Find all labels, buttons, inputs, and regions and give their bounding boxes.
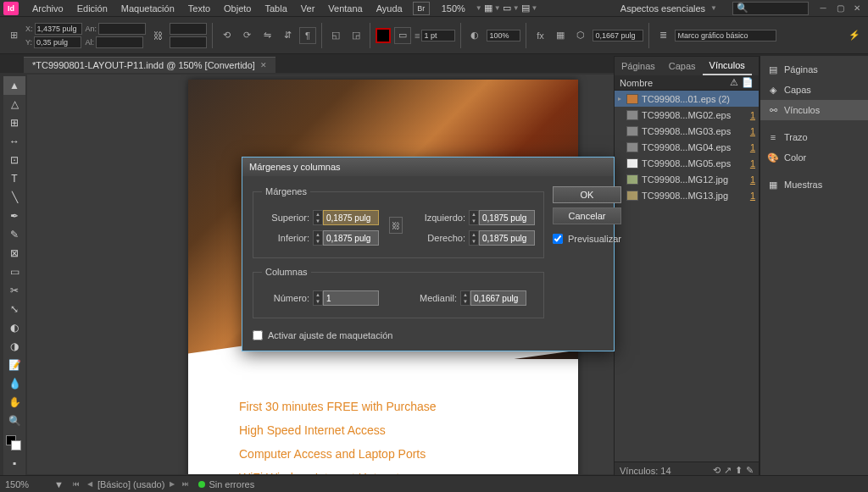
lightning-icon[interactable]: ⚡ <box>846 27 863 44</box>
pen-tool[interactable]: ✒ <box>3 207 25 225</box>
panel-stroke[interactable]: ≡Trazo <box>760 127 868 147</box>
last-page-icon[interactable]: ⏭ <box>180 478 192 490</box>
margin-right-input[interactable] <box>479 230 535 246</box>
align-icon[interactable]: ≣ <box>654 27 671 44</box>
arrow-down-icon[interactable]: ▼ <box>314 298 322 305</box>
gutter-field[interactable] <box>593 30 643 41</box>
content-collector-tool[interactable]: ⊡ <box>3 151 25 169</box>
paragraph-icon[interactable]: ¶ <box>299 27 316 44</box>
apply-color-icon[interactable]: ▪ <box>3 454 25 473</box>
document-tab[interactable]: *TC9990801-LAYOUT-P11.indd @ 150% [Conve… <box>24 57 275 73</box>
pencil-tool[interactable]: ✎ <box>3 225 25 244</box>
link-row[interactable]: TC99908...MG12.jpg1 <box>615 171 759 187</box>
constrain-icon[interactable]: ⛓ <box>149 27 166 44</box>
free-transform-tool[interactable]: ⤡ <box>3 300 25 318</box>
menu-text[interactable]: Texto <box>181 2 217 15</box>
effects-icon[interactable]: fx <box>531 27 548 44</box>
chevron-down-icon[interactable]: ▼ <box>511 4 521 12</box>
cancel-button[interactable]: Cancelar <box>553 207 621 224</box>
h-field[interactable] <box>96 36 143 48</box>
arrow-up-icon[interactable]: ▲ <box>314 211 322 218</box>
arrow-down-icon[interactable]: ▼ <box>461 298 470 305</box>
arrow-up-icon[interactable]: ▲ <box>470 211 478 218</box>
panel-color[interactable]: 🎨Color <box>760 147 868 168</box>
maximize-button[interactable]: ▢ <box>832 3 848 14</box>
arrow-up-icon[interactable]: ▲ <box>461 291 470 298</box>
arrow-up-icon[interactable]: ▲ <box>314 291 322 298</box>
panel-links[interactable]: ⚯Vínculos <box>760 100 868 120</box>
corners-icon[interactable]: ⬡ <box>572 27 589 44</box>
object-style-field[interactable] <box>675 30 776 41</box>
hand-tool[interactable]: ✋ <box>3 393 25 412</box>
opacity-field[interactable] <box>487 30 520 41</box>
scalex-field[interactable] <box>170 23 207 35</box>
close-button[interactable]: ✕ <box>849 3 865 14</box>
menu-file[interactable]: Archivo <box>25 2 70 15</box>
margin-bottom-input[interactable] <box>323 230 379 246</box>
eyedropper-tool[interactable]: 💧 <box>3 374 25 393</box>
panel-swatches[interactable]: ▦Muestras <box>760 174 868 195</box>
first-page-icon[interactable]: ⏮ <box>70 478 82 490</box>
gap-tool[interactable]: ↔ <box>3 132 25 151</box>
w-field[interactable] <box>98 23 146 35</box>
fill-icon[interactable] <box>376 28 391 43</box>
arrange-icon[interactable]: ▤ <box>521 3 530 14</box>
tab-links[interactable]: Vínculos <box>703 57 752 75</box>
page-tool[interactable]: ⊞ <box>3 113 25 132</box>
link-row[interactable]: TC99908...MG04.eps1 <box>615 139 759 155</box>
link-row[interactable]: TC99908...MG02.eps1 <box>615 107 759 123</box>
chevron-down-icon[interactable]: ▼ <box>474 4 484 12</box>
menu-view[interactable]: Ver <box>294 2 322 15</box>
reference-point-icon[interactable]: ⊞ <box>5 27 22 44</box>
select-content-icon[interactable]: ◲ <box>348 27 364 44</box>
gutter-input[interactable] <box>470 290 526 306</box>
prev-page-icon[interactable]: ◀ <box>84 478 96 490</box>
menu-window[interactable]: Ventana <box>321 2 369 15</box>
menu-help[interactable]: Ayuda <box>370 2 409 15</box>
panel-layers[interactable]: ◈Capas <box>760 80 868 100</box>
chevron-down-icon[interactable]: ▼ <box>530 4 540 12</box>
links-header-name[interactable]: Nombre <box>620 78 730 88</box>
opacity-icon[interactable]: ◐ <box>466 27 483 44</box>
zoom-tool[interactable]: 🔍 <box>3 412 25 430</box>
link-row[interactable]: ▸TC99908...01.eps (2) <box>615 91 759 107</box>
menu-edit[interactable]: Edición <box>70 2 114 15</box>
note-tool[interactable]: 📝 <box>3 356 25 374</box>
gradient-feather-tool[interactable]: ◑ <box>3 337 25 356</box>
preview-checkbox[interactable]: Previsualizar <box>553 234 621 244</box>
panel-pages[interactable]: ▤Páginas <box>760 59 868 80</box>
link-row[interactable]: TC99908...MG13.jpg1 <box>615 187 759 203</box>
y-field[interactable] <box>34 36 81 48</box>
bridge-icon[interactable]: Br <box>413 2 430 15</box>
zoom-level[interactable]: 150% <box>437 2 470 15</box>
close-tab-icon[interactable]: ✕ <box>260 61 267 69</box>
line-tool[interactable]: ╲ <box>3 188 25 207</box>
rotate-ccw-icon[interactable]: ⟳ <box>238 27 255 44</box>
scaley-field[interactable] <box>170 36 207 48</box>
minimize-button[interactable]: ─ <box>815 3 831 14</box>
x-field[interactable] <box>35 23 82 35</box>
menu-table[interactable]: Tabla <box>258 2 293 15</box>
chevron-down-icon[interactable]: ▼ <box>54 479 64 489</box>
view-options-icon[interactable]: ▦ <box>484 3 492 14</box>
rectangle-frame-tool[interactable]: ⊠ <box>3 244 25 263</box>
stroke-icon[interactable]: ▭ <box>394 27 411 44</box>
status-zoom[interactable]: 150% <box>5 479 47 489</box>
search-input[interactable]: 🔍 <box>732 2 809 15</box>
flip-v-icon[interactable]: ⇵ <box>279 27 296 44</box>
text-wrap-icon[interactable]: ▦ <box>552 27 569 44</box>
selection-tool[interactable]: ▲ <box>3 76 25 95</box>
arrow-down-icon[interactable]: ▼ <box>314 238 322 245</box>
arrow-down-icon[interactable]: ▼ <box>314 218 322 224</box>
tab-layers[interactable]: Capas <box>662 58 703 75</box>
gradient-swatch-tool[interactable]: ◐ <box>3 318 25 337</box>
arrow-up-icon[interactable]: ▲ <box>314 231 322 238</box>
layout-adjust-check[interactable] <box>253 330 263 340</box>
direct-selection-tool[interactable]: △ <box>3 95 25 113</box>
link-row[interactable]: TC99908...MG05.eps1 <box>615 155 759 171</box>
stroke-weight-field[interactable] <box>421 30 455 41</box>
select-container-icon[interactable]: ◱ <box>327 27 344 44</box>
next-page-icon[interactable]: ▶ <box>166 478 178 490</box>
link-margins-icon[interactable]: ⛓ <box>389 217 403 234</box>
margin-left-input[interactable] <box>479 210 535 225</box>
